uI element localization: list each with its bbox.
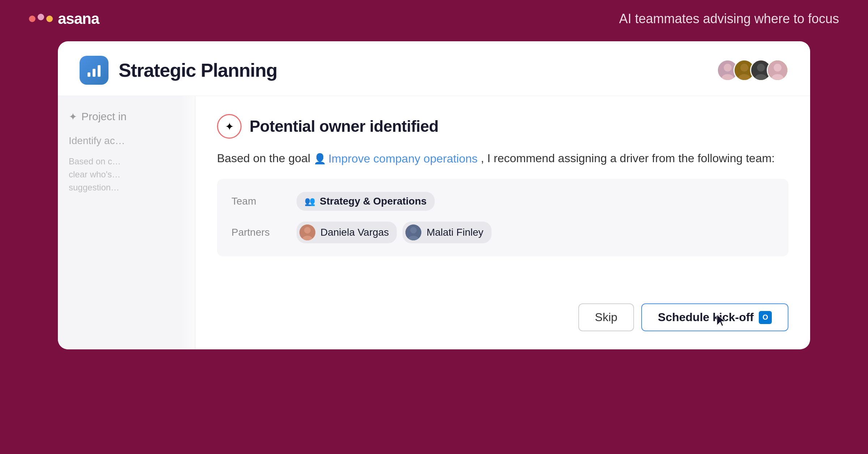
- svg-rect-2: [98, 65, 101, 77]
- sidebar-panel: ✦ Project in Identify ac… Based on c… cl…: [58, 96, 195, 349]
- partners-row-value: Daniela Vargas Malati Finley: [297, 222, 492, 243]
- svg-point-10: [757, 64, 765, 72]
- partner-name-2: Malati Finley: [426, 227, 483, 238]
- chart-icon: [86, 62, 102, 78]
- goal-link[interactable]: 👤 Improve company operations: [314, 150, 478, 168]
- goal-link-text: Improve company operations: [328, 150, 478, 168]
- svg-point-16: [304, 227, 311, 234]
- description-text: Based on the goal 👤 Improve company oper…: [217, 150, 788, 168]
- team-row-value: 👥 Strategy & Operations: [297, 192, 435, 211]
- outlook-icon: O: [759, 311, 772, 324]
- project-title: Strategic Planning: [119, 59, 277, 81]
- svg-rect-0: [88, 72, 90, 77]
- team-row-label: Team: [231, 196, 297, 207]
- schedule-label: Schedule kick-off: [658, 311, 754, 324]
- svg-point-13: [774, 64, 782, 72]
- notification-title: Potential owner identified: [250, 117, 438, 135]
- notification-header: ✦ Potential owner identified: [217, 114, 788, 139]
- svg-rect-1: [93, 69, 95, 77]
- team-badge-icon: 👥: [305, 196, 315, 206]
- sidebar-project-label: Project in: [81, 110, 127, 123]
- sidebar-project-in: ✦ Project in: [69, 110, 184, 123]
- team-badge: 👥 Strategy & Operations: [297, 192, 435, 211]
- svg-point-19: [410, 227, 417, 234]
- svg-point-4: [724, 64, 732, 72]
- sparkle-icon: ✦: [69, 111, 77, 123]
- action-buttons: Skip Schedule kick-off O: [217, 303, 788, 331]
- description-pre: Based on the goal: [217, 152, 310, 165]
- description-post: , I recommend assigning a driver from th…: [481, 152, 775, 165]
- partners-row: Partners Daniela Vargas: [231, 222, 774, 243]
- logo-dot-orange: [46, 16, 53, 22]
- asana-logo-dots: [29, 16, 53, 22]
- partner-name-1: Daniela Vargas: [320, 227, 389, 238]
- logo-dot-red: [29, 16, 35, 22]
- svg-point-7: [740, 64, 748, 72]
- team-table: Team 👥 Strategy & Operations Partners: [217, 179, 788, 256]
- partner-avatar-1: [299, 224, 315, 240]
- sidebar-task-title: Identify ac…: [69, 134, 184, 148]
- schedule-kickoff-button[interactable]: Schedule kick-off O: [641, 303, 788, 331]
- partners-row-label: Partners: [231, 227, 297, 238]
- tagline: AI teammates advising where to focus: [619, 11, 839, 26]
- main-card: Strategic Planning: [58, 41, 810, 349]
- asana-logo: asana: [29, 10, 99, 28]
- logo-dot-pink: [38, 14, 44, 20]
- sidebar-desc-line3: suggestion…: [69, 181, 184, 194]
- asana-wordmark: asana: [58, 10, 99, 28]
- card-body: ✦ Project in Identify ac… Based on c… cl…: [58, 96, 810, 349]
- skip-button[interactable]: Skip: [578, 303, 634, 331]
- team-avatars: [717, 59, 788, 81]
- card-header: Strategic Planning: [58, 41, 810, 96]
- card-header-left: Strategic Planning: [80, 56, 277, 85]
- ai-icon: ✦: [217, 114, 242, 139]
- sidebar-task-desc: Based on c… clear who's… suggestion…: [69, 155, 184, 194]
- content-panel: ✦ Potential owner identified Based on th…: [195, 96, 810, 349]
- partner-badge-1: Daniela Vargas: [297, 222, 397, 243]
- sidebar-desc-line1: Based on c…: [69, 155, 184, 168]
- project-icon: [80, 56, 109, 85]
- sparkle-star-icon: ✦: [225, 120, 234, 133]
- team-row: Team 👥 Strategy & Operations: [231, 192, 774, 211]
- sidebar-desc-line2: clear who's…: [69, 168, 184, 181]
- team-badge-name: Strategy & Operations: [320, 196, 427, 207]
- goal-link-icon: 👤: [314, 151, 326, 167]
- partner-badge-2: Malati Finley: [403, 222, 491, 243]
- avatar-4: [767, 59, 788, 81]
- partner-avatar-2: [405, 224, 421, 240]
- top-bar: asana AI teammates advising where to foc…: [0, 0, 868, 38]
